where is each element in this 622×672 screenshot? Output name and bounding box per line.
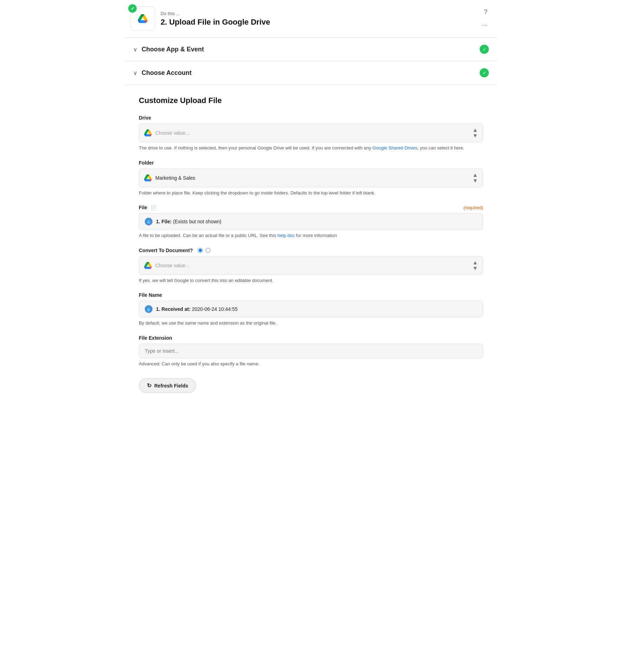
customize-title: Customize Upload File bbox=[139, 96, 483, 105]
filename-value-text: 1. Received at: 2020-06-24 10:44:55 bbox=[156, 306, 238, 312]
drive-hint: The drive to use. If nothing is selected… bbox=[139, 145, 483, 152]
google-drive-icon bbox=[138, 14, 148, 24]
convert-select[interactable]: Choose value... ▲▼ bbox=[139, 256, 483, 275]
convert-radio-no[interactable] bbox=[206, 248, 210, 253]
file-extension-input[interactable] bbox=[139, 344, 483, 358]
file-label: File 📄 (required) bbox=[139, 205, 483, 210]
help-button[interactable]: ? bbox=[482, 7, 489, 17]
chevron-down-icon-account: ∨ bbox=[133, 70, 137, 76]
convert-field-group: Convert To Document? Choose value... ▲▼ … bbox=[139, 248, 483, 284]
section-row-left-account: ∨ Choose Account bbox=[133, 69, 192, 77]
filename-label: File Name bbox=[139, 292, 483, 298]
header-left: ✓ Do this ... 2. Upload File in Google D… bbox=[130, 6, 270, 31]
file-required-badge: (required) bbox=[464, 205, 483, 210]
drive-arrows-icon: ▲▼ bbox=[472, 127, 478, 139]
convert-radio-yes[interactable] bbox=[198, 248, 203, 253]
main-content: Customize Upload File Drive Choose value… bbox=[125, 85, 497, 407]
choose-app-event-section[interactable]: ∨ Choose App & Event ✓ bbox=[125, 38, 497, 61]
more-options-button[interactable]: ··· bbox=[481, 20, 489, 30]
choose-account-label: Choose Account bbox=[142, 69, 192, 77]
drive-select[interactable]: Choose value... ▲▼ bbox=[139, 123, 483, 142]
convert-label: Convert To Document? bbox=[139, 248, 483, 253]
file-value-text: 1. File: (Exists but not shown) bbox=[156, 219, 221, 224]
file-icon-indicator: 📄 bbox=[151, 205, 156, 210]
file-extension-hint: Advanced: Can only be used if you also s… bbox=[139, 360, 483, 367]
convert-select-icon bbox=[144, 262, 152, 269]
drive-field-group: Drive Choose value... ▲▼ The drive to us… bbox=[139, 115, 483, 152]
drive-label: Drive bbox=[139, 115, 483, 121]
file-field-group: File 📄 (required) 💧 1. File: (Exists but… bbox=[139, 205, 483, 239]
choose-account-check: ✓ bbox=[480, 68, 489, 77]
file-help-doc-link[interactable]: help doc bbox=[278, 233, 295, 238]
filename-hint: By default, we use the same name and ext… bbox=[139, 320, 483, 327]
filename-value-box[interactable]: 💧 1. Received at: 2020-06-24 10:44:55 bbox=[139, 301, 483, 318]
file-chip-icon: 💧 bbox=[145, 218, 153, 225]
filename-chip-icon: 💧 bbox=[145, 305, 153, 313]
file-extension-field-group: File Extension Advanced: Can only be use… bbox=[139, 335, 483, 367]
header-title: 2. Upload File in Google Drive bbox=[161, 18, 270, 27]
convert-radio-group bbox=[198, 248, 210, 253]
header-check-badge: ✓ bbox=[128, 4, 137, 13]
folder-hint: Folder where to place file. Keep clickin… bbox=[139, 190, 483, 197]
google-shared-drives-link[interactable]: Google Shared Drives bbox=[372, 145, 417, 151]
folder-label: Folder bbox=[139, 160, 483, 166]
refresh-fields-button[interactable]: ↻ Refresh Fields bbox=[139, 378, 196, 393]
folder-select[interactable]: Marketing & Sales ▲▼ bbox=[139, 168, 483, 187]
choose-app-event-label: Choose App & Event bbox=[142, 46, 204, 53]
folder-field-group: Folder Marketing & Sales ▲▼ Folder where… bbox=[139, 160, 483, 197]
drive-select-icon bbox=[144, 129, 152, 137]
file-value-box[interactable]: 💧 1. File: (Exists but not shown) bbox=[139, 213, 483, 230]
section-row-left: ∨ Choose App & Event bbox=[133, 46, 204, 53]
convert-hint: If yes, we will tell Google to convert t… bbox=[139, 277, 483, 284]
file-extension-label: File Extension bbox=[139, 335, 483, 341]
header: ✓ Do this ... 2. Upload File in Google D… bbox=[125, 0, 497, 38]
convert-placeholder: Choose value... bbox=[155, 263, 469, 268]
header-subtitle: Do this ... bbox=[161, 11, 270, 16]
filename-field-group: File Name 💧 1. Received at: 2020-06-24 1… bbox=[139, 292, 483, 327]
folder-value: Marketing & Sales bbox=[155, 175, 469, 181]
drive-placeholder: Choose value... bbox=[155, 130, 469, 136]
folder-select-icon bbox=[144, 174, 152, 182]
app-icon-wrapper: ✓ bbox=[130, 6, 155, 31]
header-right: ? ··· bbox=[481, 7, 489, 30]
convert-arrows-icon: ▲▼ bbox=[472, 260, 478, 271]
header-text: Do this ... 2. Upload File in Google Dri… bbox=[161, 11, 270, 27]
refresh-icon: ↻ bbox=[147, 382, 151, 389]
folder-arrows-icon: ▲▼ bbox=[472, 172, 478, 184]
choose-app-event-check: ✓ bbox=[480, 45, 489, 54]
file-hint: A file to be uploaded. Can be an actual … bbox=[139, 232, 483, 239]
chevron-down-icon: ∨ bbox=[133, 46, 137, 53]
choose-account-section[interactable]: ∨ Choose Account ✓ bbox=[125, 61, 497, 85]
